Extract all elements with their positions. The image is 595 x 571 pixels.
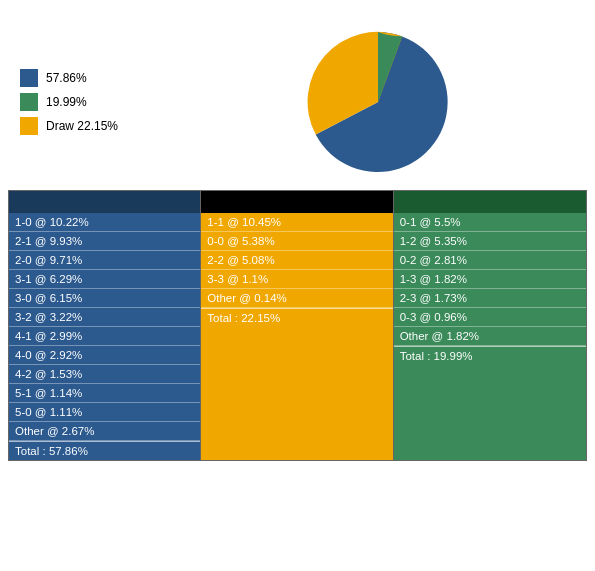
away-col-header: [394, 191, 586, 213]
legend-swatch-0: [20, 69, 38, 87]
table-row: 1-1 @ 10.45%: [201, 213, 392, 232]
legend-swatch-1: [20, 93, 38, 111]
pie-chart-container: [170, 22, 585, 182]
table-row: 3-1 @ 6.29%: [9, 270, 200, 289]
legend-item-1: 19.99%: [20, 93, 170, 111]
legend-item-2: Draw 22.15%: [20, 117, 170, 135]
top-section: 57.86%19.99%Draw 22.15%: [0, 14, 595, 190]
table-row: 2-3 @ 1.73%: [394, 289, 586, 308]
table-row: 0-3 @ 0.96%: [394, 308, 586, 327]
page: 57.86%19.99%Draw 22.15%: [0, 0, 595, 571]
legend-label-2: Draw 22.15%: [46, 119, 118, 133]
table-row: 2-2 @ 5.08%: [201, 251, 392, 270]
table-row: 4-0 @ 2.92%: [9, 346, 200, 365]
table-row: 5-1 @ 1.14%: [9, 384, 200, 403]
draw-col-header: [201, 191, 393, 213]
table-row: 4-2 @ 1.53%: [9, 365, 200, 384]
table-row: Other @ 0.14%: [201, 289, 392, 308]
table-row: Total : 19.99%: [394, 346, 586, 365]
table-row: 4-1 @ 2.99%: [9, 327, 200, 346]
legend-label-1: 19.99%: [46, 95, 87, 109]
table-row: 5-0 @ 1.11%: [9, 403, 200, 422]
table-row: 1-2 @ 5.35%: [394, 232, 586, 251]
draw-col-body: 1-1 @ 10.45%0-0 @ 5.38%2-2 @ 5.08%3-3 @ …: [201, 213, 393, 460]
score-table: 1-0 @ 10.22%2-1 @ 9.93%2-0 @ 9.71%3-1 @ …: [8, 190, 587, 461]
legend: 57.86%19.99%Draw 22.15%: [10, 69, 170, 135]
table-row: Other @ 1.82%: [394, 327, 586, 346]
legend-swatch-2: [20, 117, 38, 135]
home-col-header: [9, 191, 201, 213]
table-row: 0-1 @ 5.5%: [394, 213, 586, 232]
table-row: Total : 22.15%: [201, 308, 392, 327]
table-row: 3-3 @ 1.1%: [201, 270, 392, 289]
legend-label-0: 57.86%: [46, 71, 87, 85]
home-col-body: 1-0 @ 10.22%2-1 @ 9.93%2-0 @ 9.71%3-1 @ …: [9, 213, 201, 460]
legend-item-0: 57.86%: [20, 69, 170, 87]
table-section: 1-0 @ 10.22%2-1 @ 9.93%2-0 @ 9.71%3-1 @ …: [0, 190, 595, 461]
table-row: 3-0 @ 6.15%: [9, 289, 200, 308]
pie-chart: [288, 22, 468, 182]
table-row: 2-0 @ 9.71%: [9, 251, 200, 270]
table-row: 2-1 @ 9.93%: [9, 232, 200, 251]
table-row: 0-0 @ 5.38%: [201, 232, 392, 251]
table-row: 3-2 @ 3.22%: [9, 308, 200, 327]
table-row: Total : 57.86%: [9, 441, 200, 460]
page-title: [0, 0, 595, 14]
table-row: 1-0 @ 10.22%: [9, 213, 200, 232]
table-row: Other @ 2.67%: [9, 422, 200, 441]
table-row: 0-2 @ 2.81%: [394, 251, 586, 270]
table-row: 1-3 @ 1.82%: [394, 270, 586, 289]
away-col-body: 0-1 @ 5.5%1-2 @ 5.35%0-2 @ 2.81%1-3 @ 1.…: [394, 213, 586, 460]
